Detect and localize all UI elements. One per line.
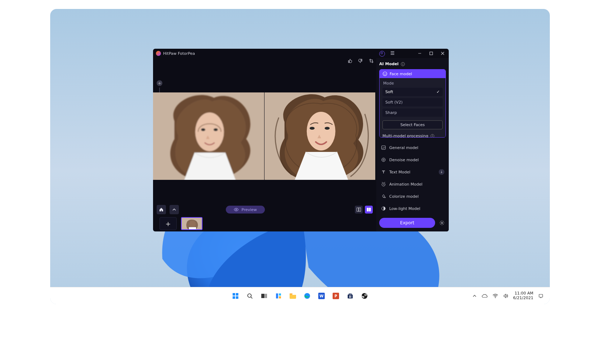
info-icon[interactable] — [401, 62, 405, 66]
edge-icon[interactable] — [302, 291, 312, 301]
svg-rect-36 — [290, 293, 292, 294]
svg-rect-9 — [367, 208, 368, 211]
start-button[interactable] — [230, 291, 241, 301]
window-controls — [416, 49, 447, 58]
crop-icon[interactable] — [368, 58, 374, 64]
onedrive-icon[interactable] — [482, 294, 487, 298]
chevron-up-icon[interactable] — [472, 294, 477, 298]
notifications-icon[interactable] — [538, 293, 543, 298]
animation-icon — [381, 181, 386, 187]
svg-point-50 — [495, 297, 496, 298]
svg-point-16 — [384, 73, 385, 74]
svg-rect-27 — [236, 293, 238, 296]
svg-rect-1 — [430, 52, 433, 55]
download-icon[interactable]: ↓ — [439, 169, 444, 175]
svg-point-25 — [441, 222, 443, 224]
svg-rect-34 — [279, 293, 281, 296]
word-icon[interactable]: W — [316, 291, 327, 301]
wifi-icon[interactable] — [492, 294, 498, 298]
windows-taskbar: W P 11:00 AM 6/21/2021 — [50, 287, 550, 304]
svg-rect-46 — [351, 297, 352, 298]
svg-point-47 — [362, 293, 367, 299]
svg-rect-51 — [539, 294, 543, 297]
thumbs-up-icon[interactable] — [347, 58, 353, 64]
text-icon — [381, 169, 386, 175]
canvas-top-tools — [153, 58, 376, 66]
denoise-icon — [381, 157, 386, 163]
svg-rect-26 — [233, 293, 235, 296]
view-single-button[interactable] — [355, 206, 363, 214]
model-text[interactable]: Text Model ↓ — [379, 167, 446, 177]
svg-point-6 — [235, 209, 237, 210]
minimize-button[interactable] — [416, 49, 424, 57]
panel-title: AI Model — [379, 62, 446, 66]
taskbar-center-icons: W P — [230, 291, 370, 301]
svg-point-23 — [385, 197, 386, 198]
checkmark-icon: ✓ — [437, 90, 440, 94]
app-logo — [156, 51, 161, 56]
view-mode-selector — [355, 206, 373, 214]
menu-icon[interactable] — [390, 50, 395, 57]
widgets-icon[interactable] — [273, 291, 284, 301]
model-denoise[interactable]: Denoise model — [379, 155, 446, 165]
add-image-button[interactable]: + — [159, 217, 177, 230]
image-before[interactable] — [153, 92, 265, 180]
svg-rect-10 — [369, 208, 371, 211]
model-colorize[interactable]: Colorize model — [379, 191, 446, 201]
export-button[interactable]: Export — [379, 218, 435, 228]
face-model-header[interactable]: Face model — [380, 70, 446, 78]
powerpoint-icon[interactable]: P — [331, 291, 341, 301]
mode-option-sharp[interactable]: Sharp — [382, 109, 443, 117]
mode-label: Mode — [382, 81, 443, 86]
steam-icon[interactable] — [359, 291, 370, 301]
search-icon[interactable] — [245, 291, 255, 301]
mode-option-softv2[interactable]: Soft (V2) — [382, 98, 443, 106]
close-button[interactable] — [439, 49, 447, 57]
laptop-screen: HitPaw FotorPea — [50, 9, 550, 304]
svg-text:P: P — [334, 294, 337, 298]
maximize-button[interactable] — [427, 49, 435, 57]
image-icon — [381, 145, 386, 150]
explorer-icon[interactable] — [288, 291, 298, 301]
select-faces-button[interactable]: Select Faces — [382, 120, 443, 129]
svg-rect-45 — [349, 297, 350, 298]
svg-rect-19 — [382, 146, 386, 149]
svg-point-21 — [383, 159, 384, 161]
preview-button[interactable]: Preview — [226, 206, 265, 214]
collapse-up-button[interactable] — [170, 205, 179, 214]
info-icon[interactable] — [430, 134, 434, 138]
model-lowlight[interactable]: Low-light Model — [379, 203, 446, 214]
svg-rect-35 — [279, 296, 281, 298]
canvas-area: + − — [153, 58, 376, 205]
account-icon[interactable] — [379, 51, 385, 57]
svg-rect-44 — [351, 296, 352, 297]
bottom-bar: Preview + — [153, 205, 376, 231]
svg-rect-29 — [236, 296, 238, 299]
image-after[interactable] — [265, 92, 376, 180]
preview-label: Preview — [242, 207, 257, 212]
multi-model-row: Multi-model processing — [382, 134, 443, 138]
settings-icon[interactable] — [438, 219, 446, 227]
svg-rect-33 — [276, 293, 278, 298]
taskview-icon[interactable] — [259, 291, 269, 301]
mode-option-soft[interactable]: Soft ✓ — [382, 88, 443, 96]
thumbs-down-icon[interactable] — [358, 58, 363, 64]
svg-rect-31 — [261, 294, 265, 298]
svg-rect-42 — [348, 294, 353, 298]
home-button[interactable] — [157, 205, 166, 214]
right-panel: AI Model Face model Mode Soft ✓ So — [376, 58, 449, 231]
model-general[interactable]: General model — [379, 143, 446, 153]
laptop-frame: HitPaw FotorPea — [0, 0, 600, 364]
thumbnail-1[interactable] — [181, 217, 203, 230]
svg-rect-7 — [357, 208, 358, 211]
model-animation[interactable]: Animation Model — [379, 179, 446, 189]
taskbar-clock[interactable]: 11:00 AM 6/21/2021 — [513, 291, 533, 300]
view-split-button[interactable] — [365, 206, 373, 214]
zoom-in-button[interactable]: + — [157, 80, 162, 86]
model-list: General model Denoise model Text Model ↓… — [379, 143, 446, 214]
store-icon[interactable] — [345, 291, 355, 301]
face-model-card: Face model Mode Soft ✓ Soft (V2) Sharp S… — [379, 69, 446, 138]
volume-icon[interactable] — [503, 293, 508, 298]
thumbnails-row: + — [153, 214, 376, 231]
svg-point-17 — [385, 73, 386, 74]
